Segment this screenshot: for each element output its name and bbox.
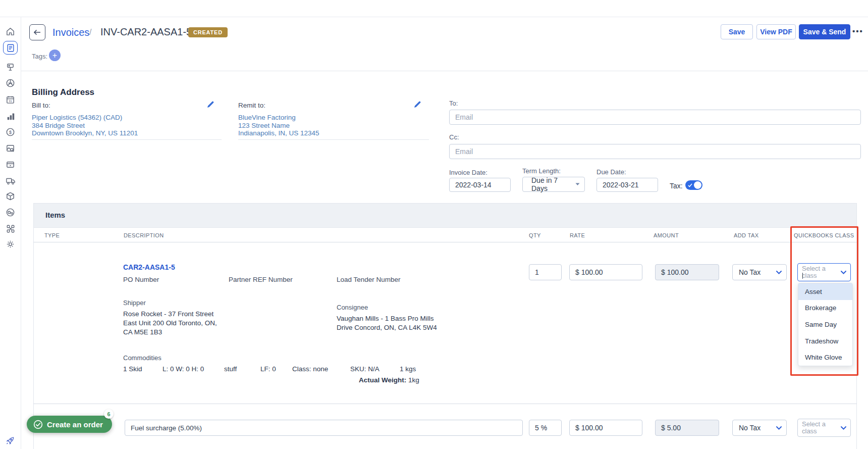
- order-link[interactable]: CAR2-AASA1-5: [123, 263, 175, 271]
- charge-tax-chevron-down-icon: [776, 426, 782, 430]
- sidebar-item-inbox[interactable]: [5, 159, 16, 170]
- create-order-label: Create an order: [47, 420, 103, 429]
- breadcrumb-invoices-link[interactable]: Invoices: [52, 27, 89, 38]
- create-order-button[interactable]: Create an order: [27, 416, 112, 433]
- charge-quickbooks-chevron-down-icon: [841, 426, 846, 430]
- quickbooks-class-dropdown-menu: Asset Brokerage Same Day Tradeshow White…: [798, 283, 853, 366]
- remit-to-line-1[interactable]: BlueVine Factoring: [238, 114, 319, 122]
- actual-weight-label: Actual Weight:: [359, 376, 406, 384]
- due-date-input[interactable]: [596, 178, 658, 192]
- cc-label: Cc:: [449, 133, 459, 141]
- row-rate-input[interactable]: [569, 264, 642, 280]
- charge-add-tax-select[interactable]: No Tax: [732, 420, 787, 436]
- term-length-select[interactable]: Due in 7 Days: [522, 177, 585, 192]
- items-header-band: [34, 204, 856, 228]
- commodity-lf: LF: 0: [260, 365, 276, 373]
- sidebar-item-home[interactable]: [5, 26, 16, 37]
- text-caret: [802, 273, 803, 279]
- check-circle-icon: [33, 420, 43, 429]
- tax-toggle[interactable]: [685, 180, 702, 190]
- commodities-label: Commodities: [123, 354, 161, 362]
- header-divider: [21, 71, 868, 71]
- remit-to-line-3[interactable]: Indianapolis, IN, US 12345: [238, 129, 319, 137]
- dropdown-option-tradeshow[interactable]: Tradeshow: [798, 333, 852, 350]
- dropdown-option-same-day[interactable]: Same Day: [798, 316, 852, 333]
- view-pdf-button[interactable]: View PDF: [756, 24, 796, 39]
- row-divider: [33, 404, 857, 404]
- charge-description-input[interactable]: [125, 420, 523, 436]
- add-tag-button[interactable]: +: [49, 49, 61, 61]
- back-arrow-icon: [34, 29, 41, 35]
- col-type: TYPE: [44, 232, 60, 238]
- edit-bill-to-icon[interactable]: [207, 101, 214, 108]
- commodity-class: Class: none: [292, 365, 328, 373]
- sidebar-item-routes[interactable]: [5, 78, 16, 88]
- sidebar-item-settings[interactable]: [5, 239, 16, 250]
- remit-to-divider: [238, 139, 429, 140]
- bill-to-line-2[interactable]: 384 Bridge Street: [32, 122, 138, 130]
- tags-label: Tags:: [32, 53, 47, 60]
- sidebar-item-trucks[interactable]: [5, 175, 16, 186]
- sidebar-item-calendar[interactable]: 31: [5, 94, 16, 105]
- sidebar-item-customers[interactable]: [5, 207, 16, 218]
- term-length-label: Term Length:: [522, 167, 561, 175]
- create-order-badge: 6: [104, 409, 114, 419]
- commodity-dims: L: 0 W: 0 H: 0: [162, 365, 204, 373]
- save-button[interactable]: Save: [721, 24, 753, 39]
- commodity-weight: 1 kgs: [400, 365, 416, 373]
- items-section-title: Items: [45, 211, 65, 219]
- sidebar-item-billing[interactable]: $: [5, 127, 16, 137]
- svg-text:$: $: [9, 129, 12, 135]
- term-chevron-down-icon: [575, 183, 580, 186]
- dropdown-option-brokerage[interactable]: Brokerage: [798, 300, 852, 317]
- charge-quickbooks-placeholder: Select a class: [802, 421, 841, 435]
- shipper-address: Rose Rocket - 37 Front Street East Unit …: [123, 310, 221, 337]
- cc-email-input[interactable]: [449, 144, 861, 159]
- tax-label: Tax:: [670, 182, 683, 190]
- dropdown-option-white-glove[interactable]: White Glove: [798, 349, 852, 366]
- row-qty-input[interactable]: [529, 264, 562, 280]
- bill-to-line-3[interactable]: Downtown Brooklyn, NY, US 11201: [32, 129, 138, 137]
- bill-to-divider: [32, 139, 222, 140]
- plus-icon: +: [52, 51, 57, 60]
- edit-remit-to-icon[interactable]: [414, 101, 421, 108]
- po-number-label: PO Number: [123, 276, 159, 283]
- status-badge: CREATED: [188, 27, 228, 37]
- row-quickbooks-class-select[interactable]: Select a class: [797, 263, 851, 281]
- remit-to-line-2[interactable]: 123 Street Name: [238, 122, 319, 130]
- top-bar: [0, 0, 868, 17]
- items-table-header-row: TYPE DESCRIPTION QTY RATE AMOUNT ADD TAX…: [33, 227, 857, 242]
- sidebar-item-shipments[interactable]: [5, 191, 16, 202]
- bill-to-line-1[interactable]: Piper Logistics (54362) (CAD): [32, 114, 138, 122]
- tax-chevron-down-icon: [776, 271, 782, 274]
- row-add-tax-value: No Tax: [739, 268, 761, 276]
- row-add-tax-select[interactable]: No Tax: [732, 264, 787, 280]
- col-description: DESCRIPTION: [124, 232, 164, 238]
- bill-to-label: Bill to:: [32, 102, 50, 109]
- sidebar-item-reports[interactable]: [5, 111, 16, 121]
- invoice-date-input[interactable]: [449, 178, 511, 192]
- to-email-input[interactable]: [449, 110, 861, 125]
- col-rate: RATE: [570, 232, 585, 238]
- sidebar-item-invoices[interactable]: [5, 42, 16, 53]
- charge-quickbooks-class-select[interactable]: Select a class: [797, 419, 851, 437]
- save-and-send-button[interactable]: Save & Send: [799, 24, 850, 39]
- billing-section-title: Billing Address: [32, 87, 94, 97]
- sidebar-item-dispatch[interactable]: [5, 62, 16, 72]
- sidebar-item-documents[interactable]: [5, 143, 16, 154]
- partner-ref-label: Partner REF Number: [229, 276, 293, 283]
- commodity-qty: 1 Skid: [123, 365, 142, 373]
- col-amount: AMOUNT: [654, 232, 679, 238]
- charge-qty-input[interactable]: [529, 420, 562, 436]
- charge-add-tax-value: No Tax: [739, 424, 761, 432]
- charge-rate-input[interactable]: [569, 420, 642, 436]
- svg-text:31: 31: [9, 99, 12, 103]
- quickbooks-chevron-down-icon: [841, 271, 846, 274]
- sidebar-item-integrations[interactable]: [5, 223, 16, 234]
- more-options-button[interactable]: •••: [852, 27, 863, 35]
- dropdown-option-asset[interactable]: Asset: [798, 283, 852, 300]
- term-length-value: Due in 7 Days: [531, 176, 575, 192]
- back-button[interactable]: [29, 24, 45, 40]
- row-amount-input: [655, 264, 719, 280]
- rocket-icon[interactable]: [5, 435, 16, 446]
